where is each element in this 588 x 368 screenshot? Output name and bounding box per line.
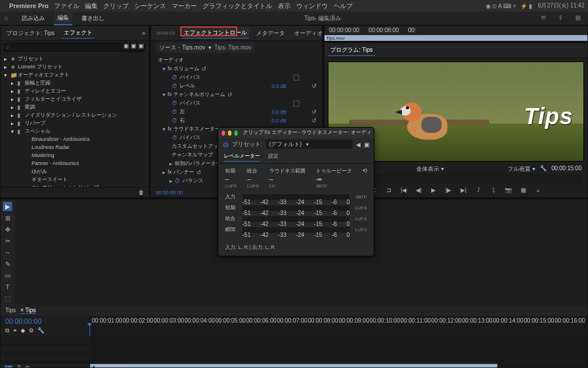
effects-tree-item[interactable]: ▾📁オーディオエフェクト: [1, 71, 149, 79]
effects-tree-item[interactable]: ▸▮変調: [1, 103, 149, 111]
timeline-timecode[interactable]: 00:00:00:00: [5, 317, 85, 325]
preset-prev-icon[interactable]: ◀: [356, 141, 361, 148]
ec-property-row[interactable]: ⏱バイパス: [151, 73, 322, 82]
tab-program[interactable]: プログラム: Tips: [328, 45, 375, 56]
go-in-icon[interactable]: |◀: [399, 187, 408, 195]
effects-tree-item[interactable]: ▸▮フィルターとイコライザ: [1, 95, 149, 103]
play-icon[interactable]: ▶: [429, 187, 438, 195]
video-clip[interactable]: ▮ Tips.mov [V]: [90, 363, 498, 368]
ec-property-row[interactable]: ▾fx ボリューム↺: [151, 64, 322, 73]
power-icon[interactable]: ⏻: [223, 141, 229, 148]
close-icon[interactable]: [222, 131, 225, 136]
effects-tree-item[interactable]: ギタースイート: [1, 175, 149, 183]
comparison-icon[interactable]: ▦: [519, 187, 528, 195]
effects-tree-item[interactable]: ▸▮リバーブ: [1, 119, 149, 127]
effects-tree-item[interactable]: Mastering: [1, 151, 149, 159]
tab-source[interactable]: 00:00:15: [154, 29, 177, 37]
tab-project[interactable]: プロジェクト: Tips: [4, 28, 57, 39]
sequence-tab-1[interactable]: Tips: [5, 307, 16, 314]
timeline-tool[interactable]: ✂: [3, 236, 12, 246]
menu-help[interactable]: ヘルプ: [334, 2, 353, 10]
program-fit-zoom[interactable]: 全体表示 ▾: [416, 165, 444, 173]
menu-graphics[interactable]: グラフィックとタイトル: [203, 2, 272, 10]
filter-icon[interactable]: ▣: [138, 43, 144, 49]
track-header[interactable]: V3🔒👁: [1, 363, 90, 368]
export-frame-icon[interactable]: 📷: [504, 187, 513, 195]
step-fwd-icon[interactable]: |▶: [444, 187, 453, 195]
timeline-tool[interactable]: ↔: [3, 248, 12, 257]
mark-out-icon[interactable]: ⊐: [384, 187, 393, 195]
trash-icon[interactable]: 🗑: [138, 189, 144, 195]
panel-menu-icon[interactable]: »: [142, 30, 145, 36]
menu-window[interactable]: ウィンドウ: [296, 2, 328, 10]
tab-effects[interactable]: エフェクト: [61, 28, 95, 39]
effects-tree-item[interactable]: ▸★Lumetri プリセット: [1, 63, 149, 71]
timeline-tool[interactable]: T: [3, 282, 12, 292]
menu-view[interactable]: 表示: [278, 2, 291, 10]
effects-search[interactable]: ⌕ ▣ ▣ ▣: [4, 43, 145, 52]
ec-property-row[interactable]: ⏱左0.0 dB↺: [151, 108, 322, 116]
go-out-icon[interactable]: ▶|: [459, 187, 468, 195]
share-icon[interactable]: ⇪: [558, 14, 566, 22]
marker-icon[interactable]: ◆: [21, 327, 25, 334]
popup-tab-settings[interactable]: 設定: [268, 152, 278, 162]
autosave-icon[interactable]: ⟲: [541, 14, 549, 22]
ec-source-clip[interactable]: ソース・Tips.mov ▾ Tips- Tips.mov: [156, 43, 255, 53]
sequence-tab-2[interactable]: × Tips: [21, 307, 36, 314]
extract-icon[interactable]: ⤵: [489, 187, 498, 195]
program-quality[interactable]: フル画質 ▾: [508, 165, 535, 173]
effects-tree-item[interactable]: ▸▮振幅と圧縮: [1, 79, 149, 87]
timeline-tool[interactable]: ✎: [3, 259, 12, 269]
zoom-icon[interactable]: [234, 131, 238, 136]
link-icon[interactable]: ⚭: [13, 327, 17, 334]
lift-icon[interactable]: ⤴: [474, 187, 483, 195]
effects-tree[interactable]: ▸★プリセット▸★Lumetri プリセット▾📁オーディオエフェクト▸▮振幅と圧…: [1, 53, 149, 187]
timeline-tool[interactable]: ✥: [3, 225, 12, 234]
ec-property-row[interactable]: ⏱右0.0 dB↺: [151, 116, 322, 125]
wrench-icon[interactable]: 🔧: [37, 327, 44, 334]
timeline-tool[interactable]: ⊞: [3, 213, 12, 223]
workspace-edit[interactable]: 編集: [54, 12, 72, 25]
timeline-tool[interactable]: ⬚: [3, 294, 12, 303]
effects-tree-item[interactable]: ▾▮スペシャル: [1, 127, 149, 135]
effects-tree-item[interactable]: ▸▮ノイズリダクション / レストレーション: [1, 111, 149, 119]
ec-property-row[interactable]: ⏱バイパス: [151, 99, 322, 108]
effects-tree-item[interactable]: ▸★プリセット: [1, 55, 149, 63]
ec-property-row[interactable]: ▾fx チャンネルボリューム↺: [151, 90, 322, 99]
effects-tree-item[interactable]: Loudness Radar: [1, 143, 149, 151]
home-icon[interactable]: ⌂: [5, 14, 13, 22]
preset-save-icon[interactable]: ▣: [364, 141, 369, 148]
filter-icon[interactable]: ▣: [123, 43, 129, 49]
timeline-ruler[interactable]: 00:00:01:0000:00:02:0000:00:03:0000:00:0…: [90, 316, 587, 335]
workspace-export[interactable]: 書き出し: [82, 14, 105, 22]
filter-icon[interactable]: ▣: [131, 43, 136, 49]
app-name[interactable]: Premiere Pro: [9, 2, 48, 9]
ec-property-row[interactable]: ⏱レベル0.0 dB↺: [151, 82, 322, 90]
effects-tree-item[interactable]: Panner - Ambisonics: [1, 159, 149, 167]
minimize-icon[interactable]: [228, 131, 231, 136]
timeline-clips-area[interactable]: ▮ Tips.mov [V] ▮ Tips.mov [A]: [90, 336, 587, 368]
wrench-icon[interactable]: 🔧: [540, 165, 547, 173]
snap-icon[interactable]: ⧉: [5, 327, 9, 334]
menu-sequence[interactable]: シーケンス: [134, 2, 166, 10]
timeline-tool[interactable]: ▶: [3, 202, 12, 211]
workspace-import[interactable]: 読み込み: [22, 14, 45, 22]
timeline-tool[interactable]: ▭: [3, 271, 12, 280]
menu-edit[interactable]: 編集: [85, 2, 98, 10]
menu-file[interactable]: ファイル: [54, 2, 79, 10]
workspace-menu-icon[interactable]: ▤: [575, 14, 583, 22]
reset-icon[interactable]: ⟲: [362, 167, 367, 174]
popup-tab-meter[interactable]: レベルメーター: [224, 152, 260, 162]
menu-marker[interactable]: マーカー: [172, 2, 197, 10]
menu-clip[interactable]: クリップ: [103, 2, 129, 10]
tab-mixer[interactable]: オーディオトラックミキサー: Tips: [292, 28, 323, 39]
step-back-icon[interactable]: ◀|: [414, 187, 423, 195]
effects-tree-item[interactable]: ▸▮ディレイとエコー: [1, 87, 149, 95]
plus-icon[interactable]: ＋: [533, 187, 543, 195]
ec-property-row[interactable]: オーディオ: [151, 56, 322, 64]
effects-tree-item[interactable]: Binauralizer - Ambisonics: [1, 135, 149, 143]
settings-icon[interactable]: ⚙: [29, 327, 34, 334]
src-clip-bar[interactable]: Tips.mov: [324, 35, 587, 41]
preset-select[interactable]: (デフォルト) ▾: [266, 140, 353, 149]
effects-tree-item[interactable]: ゆがみ: [1, 167, 149, 175]
